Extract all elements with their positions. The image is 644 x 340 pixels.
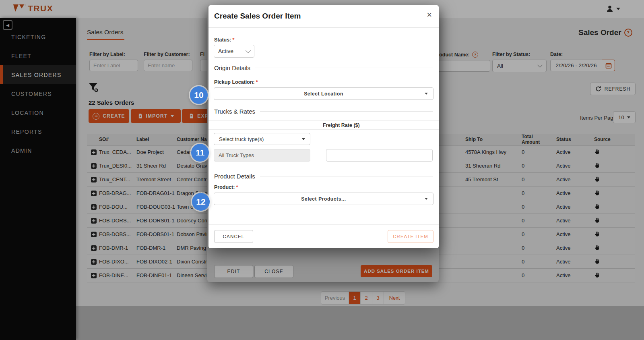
- chevron-down-icon: [246, 48, 251, 53]
- pickup-location-placeholder: Select Location: [304, 91, 343, 97]
- origin-details-section: Origin Details: [214, 64, 433, 71]
- required-asterisk: *: [236, 185, 238, 190]
- modal-footer-divider: [208, 224, 439, 225]
- annotation-badge-12: 12: [192, 193, 210, 211]
- annotation-badge-10: 10: [190, 86, 208, 104]
- pickup-location-select[interactable]: Select Location: [214, 87, 433, 100]
- close-icon[interactable]: ×: [427, 10, 432, 19]
- modal-header-divider: [208, 27, 439, 28]
- create-sales-order-item-modal: Create Sales Order Item × Status:* Activ…: [208, 5, 439, 248]
- dropdown-caret-icon: [302, 138, 305, 140]
- all-truck-types-chip: All Truck Types: [214, 149, 310, 162]
- dropdown-caret-icon: [425, 93, 428, 95]
- pickup-location-label: Pickup Location:: [214, 79, 255, 85]
- modal-title: Create Sales Order Item: [214, 12, 301, 21]
- cancel-button[interactable]: CANCEL: [214, 230, 253, 243]
- create-item-button[interactable]: CREATE ITEM: [388, 230, 433, 243]
- status-select[interactable]: Active: [214, 45, 254, 58]
- required-asterisk: *: [232, 37, 234, 43]
- truck-type-select[interactable]: Select truck type(s): [214, 133, 310, 145]
- dropdown-caret-icon: [425, 198, 428, 200]
- product-label: Product:: [214, 185, 235, 190]
- truck-type-placeholder: Select truck type(s): [219, 136, 264, 142]
- product-details-section: Product Details: [214, 173, 433, 180]
- freight-header-bottom-line: [208, 129, 439, 130]
- product-select[interactable]: Select Products...: [214, 193, 433, 205]
- freight-header-top-line: [208, 120, 439, 121]
- trucks-rates-section: Trucks & Rates: [214, 108, 433, 115]
- product-placeholder: Select Products...: [301, 196, 346, 202]
- annotation-badge-11: 11: [191, 144, 209, 162]
- required-asterisk: *: [256, 79, 258, 85]
- app-stage: TRUX ◀ TICKETING FLEET SALES ORDERS CUST…: [0, 0, 644, 340]
- status-label: Status:: [214, 37, 231, 43]
- freight-rate-input[interactable]: [326, 149, 433, 162]
- status-value: Active: [218, 48, 233, 54]
- freight-rate-header: Freight Rate ($): [323, 122, 360, 128]
